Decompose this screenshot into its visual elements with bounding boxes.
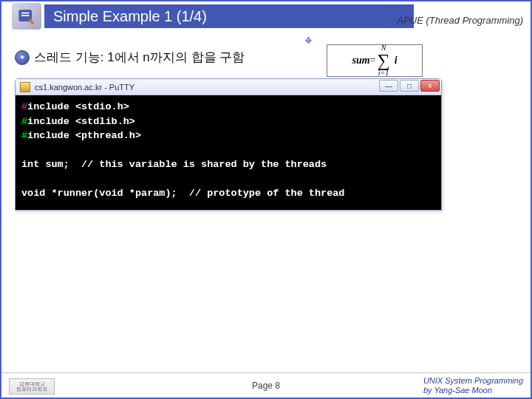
university-logo: 강원대학교 컴퓨터과학과 [9,378,55,395]
putty-title: cs1.kangwon.ac.kr - PuTTY [35,83,134,92]
window-controls: — □ × [378,80,440,92]
slide-title: Simple Example 1 (1/4) [53,8,207,25]
formula-rhs: i [395,55,398,66]
hash-icon: # [21,116,27,127]
close-button[interactable]: × [420,80,440,92]
topic-label: APUE (Thread Programming) [398,15,524,26]
logo-line1: 강원대학교 [19,381,45,386]
formula-lhs: sum [352,55,369,66]
code-line: int sum; // this variable is shared by t… [21,159,327,170]
code-line: include <stdlib.h> [27,116,135,127]
bullet-row: ✦ 스레드 기능: 1에서 n까지의 합을 구함 [15,49,245,66]
diamond-bullet-icon: ❖ [304,35,313,46]
code-line: include <stdio.h> [27,101,129,112]
sigma-lower: i=1 [378,69,389,77]
putty-icon [20,82,30,92]
maximize-button[interactable]: □ [400,80,419,92]
putty-window: cs1.kangwon.ac.kr - PuTTY — □ × #include… [15,78,442,211]
slide: Simple Example 1 (1/4) APUE (Thread Prog… [0,0,532,399]
code-line: include <pthread.h> [27,130,141,141]
page-number: Page 8 [252,381,280,391]
bullet-text: 스레드 기능: 1에서 n까지의 합을 구함 [34,49,245,66]
hash-icon: # [21,101,27,112]
logo-line2: 컴퓨터과학과 [16,386,47,392]
hash-icon: # [21,130,27,141]
slide-corner-icon [12,3,41,30]
minimize-button[interactable]: — [379,80,398,92]
credit-line2: by Yang-Sae Moon [423,386,523,396]
sigma-icon: N ∑ i=1 [378,44,390,77]
svg-rect-1 [21,13,30,14]
terminal-body[interactable]: #include <stdio.h> #include <stdlib.h> #… [16,95,441,210]
formula-eq: = [370,55,376,66]
svg-rect-2 [21,15,30,16]
putty-titlebar[interactable]: cs1.kangwon.ac.kr - PuTTY — □ × [16,79,441,95]
code-line: void *runner(void *param); // prototype … [21,188,344,199]
sum-formula: sum = N ∑ i=1 i [327,44,423,77]
globe-bullet-icon: ✦ [15,50,30,65]
footer: 강원대학교 컴퓨터과학과 Page 8 UNIX System Programm… [1,372,531,398]
credit-line1: UNIX System Programming [423,376,523,386]
title-bar: Simple Example 1 (1/4) [44,4,414,28]
footer-credits: UNIX System Programming by Yang-Sae Moon [423,376,523,397]
